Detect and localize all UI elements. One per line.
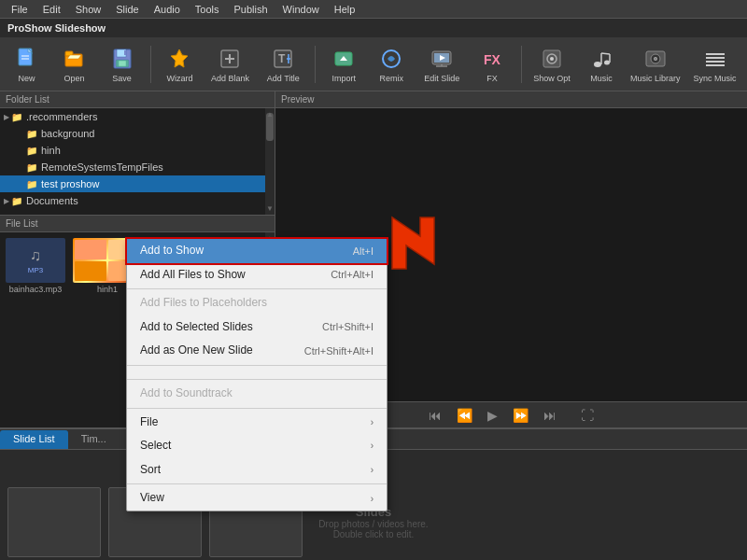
folder-item-hinh[interactable]: 📁 hinh (0, 142, 275, 159)
ctx-sep-4 (127, 408, 387, 409)
menu-slide[interactable]: Slide (108, 2, 146, 17)
wizard-icon (166, 46, 192, 72)
slide-thumb-1[interactable] (7, 487, 101, 557)
toolbar-wizard[interactable]: Wizard (159, 41, 201, 88)
menu-audio[interactable]: Audio (147, 2, 188, 17)
ctx-go-to-slide[interactable] (127, 368, 387, 377)
remix-icon (378, 46, 404, 72)
edit-slide-icon (429, 46, 455, 72)
toolbar-separator-1 (150, 46, 151, 83)
ctx-add-to-show[interactable]: Add to Show Alt+I (125, 237, 388, 265)
toolbar-edit-slide[interactable]: Edit Slide (418, 41, 466, 88)
svg-text:T: T (278, 52, 286, 65)
folder-item-testproshow[interactable]: 📁 test proshow (0, 175, 275, 192)
toolbar-show-opt[interactable]: Show Opt (529, 41, 575, 88)
new-icon (14, 46, 40, 72)
svg-point-30 (550, 57, 554, 61)
ctx-add-one-new-slide[interactable]: Add as One New Slide Ctrl+Shift+Alt+I (127, 339, 387, 363)
import-icon (331, 46, 357, 72)
context-menu: Add to Show Alt+I Add All Files to Show … (126, 238, 388, 511)
svg-marker-11 (171, 49, 188, 67)
menu-help[interactable]: Help (327, 2, 363, 17)
show-opt-icon (539, 46, 565, 72)
svg-rect-10 (124, 50, 126, 55)
folder-list-header: Folder List (0, 91, 275, 108)
menubar: File Edit Show Slide Audio Tools Publish… (0, 0, 747, 19)
tab-timeline[interactable]: Tim... (68, 430, 120, 449)
add-title-icon: T (270, 46, 296, 72)
toolbar-import[interactable]: Import (323, 41, 365, 88)
toolbar-sync-music[interactable]: Sync Music (688, 41, 741, 88)
ctx-add-all-files[interactable]: Add All Files to Show Ctrl+Alt+I (127, 263, 387, 287)
folder-list[interactable]: ▶ 📁 .recommenders 📁 background 📁 hinh 📁 … (0, 108, 275, 216)
menu-publish[interactable]: Publish (227, 2, 275, 17)
add-blank-icon (217, 46, 243, 72)
toolbar-new[interactable]: New (6, 41, 48, 88)
open-icon (62, 46, 88, 72)
ctx-sep-2 (127, 365, 387, 366)
menu-window[interactable]: Window (275, 2, 327, 17)
menu-show[interactable]: Show (68, 2, 109, 17)
svg-point-31 (594, 62, 601, 67)
menu-tools[interactable]: Tools (188, 2, 227, 17)
toolbar-separator-2 (315, 46, 316, 83)
svg-point-39 (655, 58, 656, 60)
fullscreen-btn[interactable]: ⛶ (577, 406, 598, 425)
preview-header: Preview (275, 91, 747, 108)
folder-item-recommenders[interactable]: ▶ 📁 .recommenders (0, 108, 275, 125)
save-icon (109, 46, 135, 72)
toolbar-open[interactable]: Open (53, 41, 95, 88)
toolbar-fx[interactable]: FX FX (472, 41, 514, 88)
play-btn[interactable]: ▶ (484, 406, 501, 425)
folder-item-background[interactable]: 📁 background (0, 125, 275, 142)
toolbar-add-blank[interactable]: Add Blank (206, 41, 254, 88)
ctx-add-soundtrack: Add to Soundtrack (127, 382, 387, 406)
toolbar-separator-3 (521, 46, 522, 83)
ctx-sep-1 (127, 288, 387, 289)
toolbar-music-library[interactable]: Music Library (628, 41, 684, 88)
fx-icon: FX (479, 46, 505, 72)
menu-edit[interactable]: Edit (35, 2, 68, 17)
ctx-sort-sub[interactable]: Sort › (127, 458, 387, 483)
folder-item-documents[interactable]: ▶ 📁 Documents (0, 192, 275, 209)
app-title: ProShow Slideshow (0, 19, 747, 37)
toolbar: New Open Save (0, 37, 747, 91)
tab-slide-list[interactable]: Slide List (0, 430, 68, 449)
svg-text:FX: FX (484, 52, 501, 67)
play-start-btn[interactable]: ⏮ (425, 406, 445, 425)
ctx-add-selected-slides[interactable]: Add to Selected Slides Ctrl+Shift+I (127, 315, 387, 340)
ctx-add-files-placeholders: Add Files to Placeholders (127, 291, 387, 315)
svg-line-35 (601, 53, 610, 54)
music-library-icon (642, 46, 669, 72)
file-item-mp3[interactable]: ♫ MP3 bainhac3.mp3 (4, 236, 67, 296)
sync-music-icon (702, 46, 728, 72)
toolbar-remix[interactable]: Remix (371, 41, 413, 88)
toolbar-music[interactable]: Music (581, 41, 623, 88)
menu-file[interactable]: File (4, 2, 35, 17)
svg-point-32 (604, 60, 610, 64)
ctx-sep-3 (127, 379, 387, 380)
ctx-sep-5 (127, 483, 387, 484)
play-next-btn[interactable]: ⏩ (509, 406, 532, 425)
ctx-view-sub[interactable]: View › (127, 486, 387, 511)
toolbar-save[interactable]: Save (101, 41, 143, 88)
play-end-btn[interactable]: ⏭ (540, 406, 560, 425)
ctx-select-sub[interactable]: Select › (127, 434, 387, 458)
folder-item-remotesystems[interactable]: 📁 RemoteSystemsTempFiles (0, 159, 275, 175)
music-icon (588, 46, 614, 72)
svg-rect-9 (119, 61, 126, 66)
toolbar-add-title[interactable]: T Add Title (260, 41, 307, 88)
ctx-file-sub[interactable]: File › (127, 411, 387, 435)
file-list-header: File List (0, 216, 275, 232)
play-prev-btn[interactable]: ⏪ (453, 406, 476, 425)
